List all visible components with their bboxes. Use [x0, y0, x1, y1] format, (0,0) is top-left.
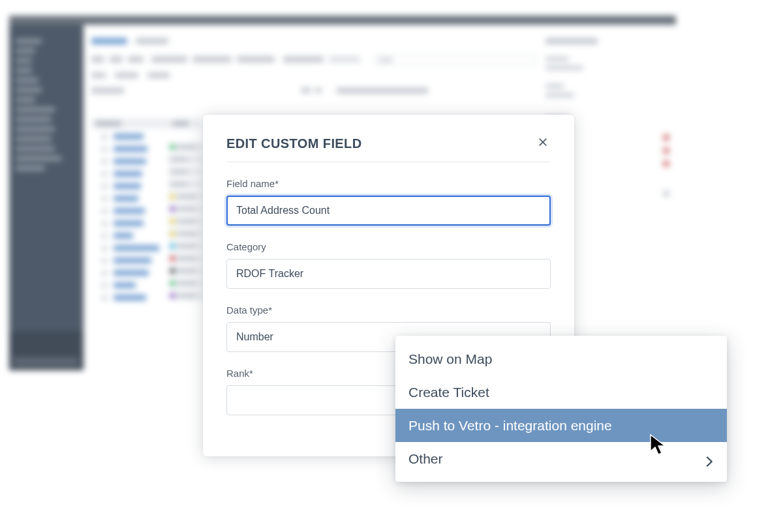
chevron-right-icon: [705, 454, 714, 464]
context-menu: Show on Map Create Ticket Push to Vetro …: [395, 336, 727, 482]
category-input[interactable]: [226, 259, 551, 289]
close-button[interactable]: [535, 136, 551, 151]
menu-item-label: Push to Vetro - integration engine: [408, 418, 612, 434]
menu-item-label: Show on Map: [408, 351, 492, 367]
modal-title: EDIT CUSTOM FIELD: [226, 136, 362, 151]
field-name-input[interactable]: [226, 196, 551, 226]
menu-item-push-to-vetro[interactable]: Push to Vetro - integration engine: [395, 409, 727, 442]
data-type-label: Data type*: [226, 304, 551, 316]
menu-item-label: Create Ticket: [408, 385, 489, 400]
field-name-group: Field name*: [226, 178, 551, 226]
menu-item-other[interactable]: Other: [395, 442, 727, 475]
field-name-label: Field name*: [226, 178, 551, 189]
modal-header: EDIT CUSTOM FIELD: [226, 136, 551, 162]
menu-item-show-on-map[interactable]: Show on Map: [395, 342, 727, 376]
menu-item-label: Other: [408, 451, 443, 467]
category-group: Category: [226, 241, 551, 289]
close-icon: [537, 136, 549, 151]
menu-item-create-ticket[interactable]: Create Ticket: [395, 376, 727, 409]
cursor-pointer-icon: [649, 434, 668, 457]
category-label: Category: [226, 241, 551, 252]
